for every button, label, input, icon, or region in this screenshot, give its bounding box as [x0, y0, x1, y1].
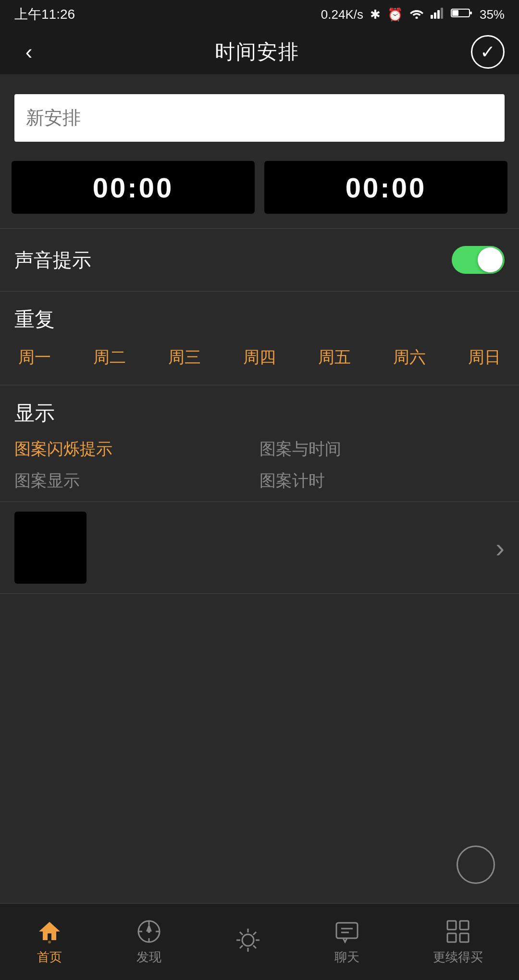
content-area: 00:00 00:00 声音提示 重复 周一 周二 周三 周四 周五 周六 周日…: [0, 75, 519, 709]
svg-rect-29: [460, 921, 469, 930]
alarm-icon: ⏰: [387, 7, 403, 22]
preview-image: [14, 512, 86, 584]
svg-rect-31: [460, 933, 469, 942]
grid-icon: [445, 918, 471, 945]
battery-percent: 35%: [480, 7, 505, 22]
display-grid: 图案闪烁提示 图案与时间 图案显示 图案计时: [14, 438, 505, 492]
sound-toggle[interactable]: [452, 246, 505, 274]
svg-point-16: [242, 934, 254, 946]
weekdays-row: 周一 周二 周三 周四 周五 周六 周日: [14, 344, 505, 380]
status-bar: 上午11:26 0.24K/s ✱ ⏰: [0, 0, 519, 29]
preview-section: ›: [0, 502, 519, 593]
home-icon: [36, 918, 63, 945]
svg-point-0: [415, 16, 418, 19]
svg-marker-15: [146, 924, 152, 931]
preview-next-button[interactable]: ›: [495, 532, 505, 564]
svg-line-23: [253, 932, 256, 935]
nav-item-center[interactable]: [225, 922, 271, 962]
confirm-button[interactable]: ✓: [471, 35, 505, 69]
status-time: 上午11:26: [14, 5, 75, 24]
status-right: 0.24K/s ✱ ⏰ 35%: [321, 7, 505, 22]
nav-item-discover[interactable]: 发现: [126, 913, 172, 970]
svg-rect-2: [434, 12, 436, 19]
chat-icon: [334, 918, 360, 945]
svg-line-22: [253, 945, 256, 948]
repeat-title: 重复: [14, 306, 505, 333]
bluetooth-icon: ✱: [370, 7, 381, 22]
nav-bar: ‹ 时间安排 ✓: [0, 29, 519, 75]
svg-rect-3: [437, 10, 440, 19]
end-time-value: 00:00: [346, 172, 426, 204]
nav-item-home[interactable]: 首页: [26, 913, 73, 970]
display-flash[interactable]: 图案闪烁提示: [14, 438, 260, 460]
nav-label-more: 更续得买: [433, 949, 483, 966]
signal-icon: [431, 7, 444, 22]
time-section: 00:00 00:00: [0, 156, 519, 228]
weekday-thu[interactable]: 周四: [239, 344, 280, 370]
content-spacer: [0, 594, 519, 699]
nav-item-more[interactable]: 更续得买: [423, 913, 493, 970]
svg-point-8: [48, 941, 51, 943]
display-timer[interactable]: 图案计时: [260, 470, 505, 492]
network-speed: 0.24K/s: [321, 7, 363, 22]
sun-icon: [235, 927, 261, 954]
repeat-section: 重复 周一 周二 周三 周四 周五 周六 周日: [0, 292, 519, 385]
nav-label-discover: 发现: [136, 949, 161, 966]
svg-rect-28: [447, 921, 456, 930]
sound-section: 声音提示: [0, 229, 519, 291]
svg-rect-6: [452, 10, 458, 16]
weekday-sun[interactable]: 周日: [464, 344, 505, 370]
display-time[interactable]: 图案与时间: [260, 438, 505, 460]
weekday-wed[interactable]: 周三: [164, 344, 205, 370]
wifi-icon: [409, 7, 424, 22]
weekday-tue[interactable]: 周二: [89, 344, 130, 370]
display-title: 显示: [14, 400, 505, 427]
weekday-fri[interactable]: 周五: [314, 344, 355, 370]
svg-line-21: [240, 932, 243, 935]
back-button[interactable]: ‹: [14, 37, 43, 66]
svg-rect-25: [336, 923, 358, 938]
page-title: 时间安排: [215, 38, 299, 65]
name-input-section: [0, 85, 519, 156]
weekday-mon[interactable]: 周一: [14, 344, 55, 370]
svg-rect-30: [447, 933, 456, 942]
svg-rect-4: [441, 8, 443, 19]
nav-item-chat[interactable]: 聊天: [324, 913, 370, 970]
float-button[interactable]: [457, 845, 495, 884]
svg-rect-1: [431, 15, 433, 19]
bottom-nav: 首页 发现: [0, 903, 519, 980]
nav-label-home: 首页: [37, 949, 62, 966]
toggle-knob: [478, 247, 503, 272]
display-section: 显示 图案闪烁提示 图案与时间 图案显示 图案计时: [0, 385, 519, 502]
schedule-name-input[interactable]: [14, 94, 505, 142]
svg-line-24: [240, 945, 243, 948]
check-icon: ✓: [480, 41, 495, 62]
battery-icon: [451, 7, 473, 22]
start-time-button[interactable]: 00:00: [12, 161, 255, 214]
end-time-button[interactable]: 00:00: [264, 161, 507, 214]
sound-label: 声音提示: [14, 247, 91, 273]
display-show[interactable]: 图案显示: [14, 470, 260, 492]
weekday-sat[interactable]: 周六: [389, 344, 430, 370]
compass-icon: [136, 918, 162, 945]
start-time-value: 00:00: [93, 172, 173, 204]
svg-rect-7: [470, 12, 472, 14]
nav-label-chat: 聊天: [334, 949, 359, 966]
